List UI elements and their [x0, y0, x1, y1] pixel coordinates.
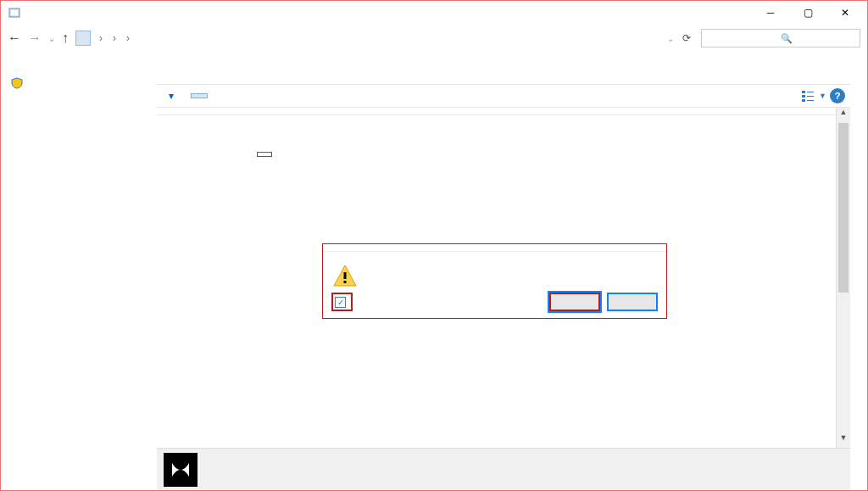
svg-rect-4 [802, 99, 805, 102]
toolbar: ▾ ▼ ? [157, 84, 850, 108]
svg-rect-6 [807, 96, 814, 97]
scroll-thumb[interactable] [838, 123, 849, 293]
uninstall-button[interactable] [191, 93, 208, 98]
recent-dropdown[interactable]: ⌄ [48, 34, 55, 43]
address-bar: ← → ⌄ ↑ › › › ⌄ ⟳ 🔍 [1, 25, 867, 52]
uninstall-tooltip [257, 152, 272, 157]
svg-rect-1 [11, 10, 18, 15]
breadcrumb[interactable]: › › › [75, 31, 660, 46]
refresh-button[interactable]: ⟳ [679, 31, 694, 46]
breadcrumb-icon [75, 31, 91, 46]
search-icon: 🔍 [781, 33, 856, 44]
repair-button[interactable] [242, 94, 255, 98]
checkbox-icon: ✓ [335, 297, 346, 308]
view-icon[interactable] [800, 88, 815, 103]
minimize-button[interactable]: ─ [752, 1, 789, 25]
up-button[interactable]: ↑ [62, 31, 69, 46]
dialog-yes-button[interactable] [549, 293, 600, 311]
scrollbar[interactable]: ▲ ▼ [836, 108, 850, 448]
dialog-title [323, 244, 666, 252]
warning-icon [331, 262, 359, 289]
sidebar-win-features[interactable] [11, 77, 143, 89]
details-pane [157, 448, 850, 490]
titlebar: ─ ▢ ✕ [1, 1, 867, 25]
chevron-right-icon[interactable]: › [109, 32, 120, 44]
svg-rect-8 [344, 272, 347, 279]
app-icon [8, 6, 21, 20]
chevron-right-icon[interactable]: › [123, 32, 133, 44]
search-input[interactable]: 🔍 [701, 29, 860, 47]
dialog-no-button[interactable] [607, 293, 658, 311]
svg-rect-7 [807, 100, 814, 101]
back-button[interactable]: ← [8, 31, 21, 46]
svg-rect-3 [802, 95, 805, 98]
view-dropdown[interactable]: ▼ [819, 92, 826, 100]
scroll-down-icon[interactable]: ▼ [837, 433, 850, 448]
svg-rect-2 [802, 91, 805, 93]
shield-icon [11, 77, 23, 89]
help-icon[interactable]: ? [830, 88, 845, 103]
address-dropdown[interactable]: ⌄ [667, 34, 674, 43]
forward-button[interactable]: → [28, 31, 42, 46]
details-icon [164, 453, 198, 487]
scroll-up-icon[interactable]: ▲ [837, 108, 850, 122]
sidebar [1, 52, 153, 490]
maximize-button[interactable]: ▢ [789, 1, 826, 25]
dialog-checkbox[interactable]: ✓ [331, 293, 353, 311]
uninstall-dialog: ✓ [322, 243, 667, 319]
svg-rect-5 [807, 92, 814, 92]
organize-button[interactable]: ▾ [162, 88, 181, 103]
chevron-right-icon[interactable]: › [96, 32, 106, 44]
close-button[interactable]: ✕ [826, 1, 864, 25]
change-button[interactable] [218, 94, 231, 98]
column-headers [157, 108, 850, 115]
svg-rect-9 [344, 281, 347, 283]
